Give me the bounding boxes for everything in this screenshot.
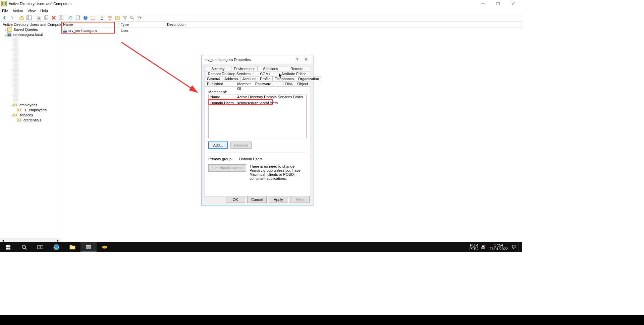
collapse-icon[interactable]: ⌄ <box>4 33 7 36</box>
col-desc[interactable]: Description <box>165 22 522 28</box>
task-view-button[interactable] <box>32 242 48 252</box>
member-list-row[interactable]: Domain Users senhasegura.local/Users <box>209 100 306 105</box>
start-button[interactable] <box>0 242 16 252</box>
menu-view[interactable]: View <box>28 9 36 13</box>
snapshot-icon[interactable] <box>90 14 96 21</box>
tray-kbd-label: PTB2 <box>469 247 479 251</box>
tree-blurred-item: › <box>0 92 61 97</box>
tab-security[interactable]: Security <box>205 66 231 71</box>
dialog-titlebar[interactable]: srv_senhasegura Properties ? ✕ <box>202 55 313 64</box>
tree-ou-it-employees[interactable]: IT_employees <box>0 107 61 112</box>
remove-button[interactable]: Remove <box>230 142 252 149</box>
tab-dial-in[interactable]: Dial-in <box>283 81 296 86</box>
tab-general[interactable]: General <box>205 76 222 81</box>
tab-published-certs[interactable]: Published Certificates <box>205 81 235 86</box>
new-ou-icon[interactable] <box>114 14 121 21</box>
export-list-icon[interactable] <box>75 14 82 21</box>
svg-rect-41 <box>86 246 91 249</box>
cut-icon[interactable] <box>36 14 42 21</box>
tree-domain[interactable]: ⌄ senhasegura.local <box>0 32 61 37</box>
tree-root-label: Active Directory Users and Computers <box>3 22 65 26</box>
list-row-user[interactable]: srv_senhasegura User <box>61 28 522 33</box>
taskbar-app[interactable] <box>97 242 113 252</box>
list-row-name: srv_senhasegura <box>68 29 97 33</box>
tree-blurred-item <box>0 97 61 102</box>
col-type[interactable]: Type <box>119 22 165 28</box>
tab-environment[interactable]: Environment <box>231 66 258 71</box>
menu-file[interactable]: File <box>2 9 8 13</box>
add-button[interactable]: Add... <box>208 142 228 149</box>
forward-icon[interactable] <box>9 14 15 21</box>
show-desktop-button[interactable] <box>519 242 521 252</box>
svg-rect-31 <box>6 248 8 250</box>
taskbar-explorer[interactable] <box>64 242 80 252</box>
taskbar-server-manager[interactable] <box>80 242 97 252</box>
collapse-icon[interactable]: ⌄ <box>10 103 13 107</box>
tray-network-icon[interactable] <box>481 245 485 250</box>
svg-rect-4 <box>20 17 24 20</box>
ml-col-folder[interactable]: Active Directory Domain Services Folder <box>235 95 306 100</box>
aduc-window: Active Directory Users and Computers Fil… <box>0 0 522 252</box>
delete-icon[interactable] <box>50 14 57 21</box>
refresh-icon[interactable] <box>67 14 74 21</box>
tree-ou-services[interactable]: ⌄ services <box>0 112 61 117</box>
tree-blurred-item: › <box>0 67 61 72</box>
show-hide-tree-icon[interactable] <box>26 14 33 21</box>
list-row-type: User <box>119 29 165 33</box>
dialog-help-button[interactable]: ? <box>293 57 302 62</box>
tab-attribute-editor[interactable]: Attribute Editor <box>277 71 310 76</box>
menu-help[interactable]: Help <box>40 9 48 13</box>
help-button[interactable]: Help <box>290 196 310 203</box>
tray-lang[interactable]: POR PTB2 <box>469 243 479 251</box>
new-group-icon[interactable] <box>107 14 113 21</box>
close-button[interactable] <box>505 0 521 7</box>
svg-rect-40 <box>70 245 72 246</box>
ml-col-name[interactable]: Name <box>209 95 235 100</box>
tab-profile[interactable]: Profile <box>258 76 273 81</box>
find-icon[interactable] <box>129 14 136 21</box>
copy-icon[interactable] <box>43 14 50 21</box>
tray-clock[interactable]: 17:54 27/01/2022 <box>487 243 510 251</box>
tab-password-replication[interactable]: Password Replication <box>253 81 283 86</box>
menu-action[interactable]: Action <box>13 9 23 13</box>
collapse-icon[interactable]: ⌄ <box>10 113 13 117</box>
cancel-button[interactable]: Cancel <box>247 196 267 203</box>
tab-member-of[interactable]: Member Of <box>235 81 253 86</box>
up-icon[interactable] <box>18 14 25 21</box>
filter-icon[interactable] <box>121 14 128 21</box>
tree-ou-employees[interactable]: ⌄ employees <box>0 102 61 107</box>
tray-notifications-icon[interactable] <box>512 245 517 250</box>
tab-remote-control[interactable]: Remote control <box>284 66 311 71</box>
tab-rds-profile[interactable]: Remote Desktop Services Profile <box>205 71 254 76</box>
col-name[interactable]: Name <box>61 22 119 28</box>
help-icon[interactable]: ? <box>82 14 89 21</box>
expand-icon[interactable]: › <box>4 28 7 31</box>
search-button[interactable] <box>16 242 32 252</box>
set-primary-group-button[interactable]: Set Primary Group <box>208 164 246 172</box>
new-user-icon[interactable] <box>99 14 106 21</box>
add-to-group-icon[interactable] <box>136 14 143 21</box>
member-of-list[interactable]: Name Active Directory Domain Services Fo… <box>208 95 307 138</box>
svg-rect-45 <box>482 246 484 247</box>
apply-button[interactable]: Apply <box>269 196 288 203</box>
properties-icon[interactable] <box>58 14 64 21</box>
tab-object[interactable]: Object <box>295 81 310 86</box>
tree-ou-credentials[interactable]: credentials <box>0 117 61 122</box>
tab-organization[interactable]: Organization <box>296 76 321 81</box>
ok-button[interactable]: OK <box>226 196 245 203</box>
tab-sessions[interactable]: Sessions <box>257 66 284 71</box>
ou-icon <box>17 118 22 122</box>
tab-account[interactable]: Account <box>240 76 258 81</box>
dialog-tabs: Security Environment Sessions Remote con… <box>202 64 313 197</box>
back-icon[interactable] <box>1 14 8 21</box>
taskbar-ie[interactable] <box>48 242 64 252</box>
tab-telephones[interactable]: Telephones <box>272 76 296 81</box>
tree-root[interactable]: Active Directory Users and Computers <box>0 22 61 27</box>
minimize-button[interactable] <box>475 0 490 7</box>
tree-saved-queries[interactable]: › Saved Queries <box>0 27 61 32</box>
dialog-close-button[interactable]: ✕ <box>302 57 310 62</box>
tab-complus[interactable]: COM+ <box>254 71 277 76</box>
separator <box>208 153 307 153</box>
maximize-button[interactable] <box>490 0 505 7</box>
tab-address[interactable]: Address <box>222 76 240 81</box>
